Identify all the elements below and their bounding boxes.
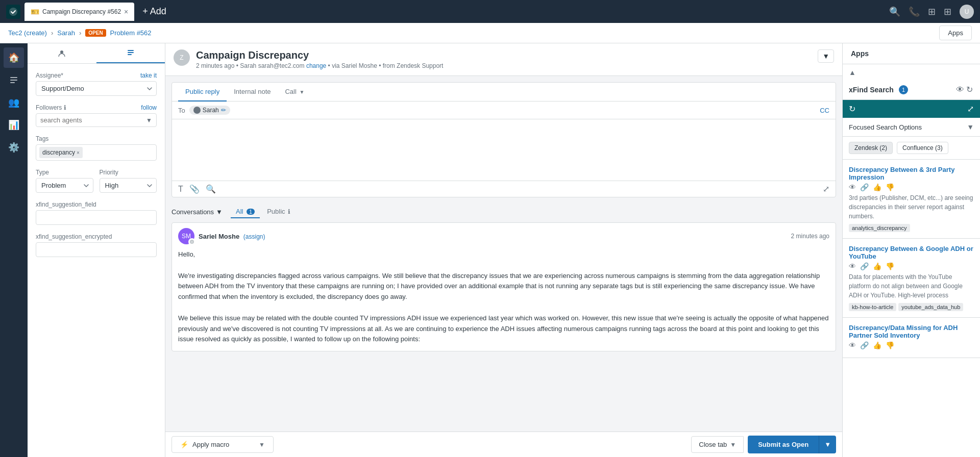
assignee-select[interactable]: Support/Demo (36, 81, 157, 96)
nav-reports[interactable]: 📊 (4, 115, 24, 135)
result-like-btn-2[interactable]: 👍 (873, 262, 881, 270)
result-title-1[interactable]: Discrepancy Between & 3rd Party Impressi… (849, 166, 974, 181)
xfind-header-row: xFind Search 1 👁 ↻ (843, 81, 980, 100)
xfind-refresh-button[interactable]: ↻ (849, 104, 855, 114)
nav-settings[interactable]: ⚙️ (4, 137, 24, 158)
search-knowledge-button[interactable]: 🔍 (206, 184, 216, 194)
result-dislike-btn-2[interactable]: 👎 (886, 262, 894, 270)
type-select[interactable]: Problem (36, 178, 93, 193)
result-link-btn-2[interactable]: 🔗 (860, 262, 869, 270)
apply-macro-button[interactable]: ⚡ Apply macro ▼ (172, 436, 274, 453)
followers-label: Followers ℹ follow (36, 104, 157, 111)
edit-recipient-icon[interactable]: ✏ (221, 107, 226, 114)
message-time: 2 minutes ago (791, 233, 829, 240)
xfind-suggestion-input[interactable] (36, 210, 157, 225)
priority-select[interactable]: High (100, 178, 157, 193)
ticket-expand-btn[interactable]: ▼ (818, 49, 834, 63)
take-it-link[interactable]: take it (140, 72, 157, 79)
tab-public-info: ℹ (288, 208, 290, 215)
tab-public-conv[interactable]: Public ℹ (262, 206, 296, 218)
info-icon[interactable]: ℹ (64, 104, 66, 111)
prop-tab-user[interactable] (28, 43, 96, 63)
breadcrumb-user[interactable]: Sarah (57, 29, 75, 37)
filter-zendesk[interactable]: Zendesk (2) (849, 142, 893, 154)
assignee-label: Assignee* take it (36, 72, 157, 79)
reply-body[interactable] (172, 119, 836, 181)
submit-as-open-button[interactable]: Submit as Open (748, 436, 819, 453)
nav-users[interactable]: 👥 (4, 92, 24, 113)
apps-button[interactable]: Apps (939, 26, 972, 40)
xfind-external-button[interactable]: ⤢ (967, 104, 974, 114)
xfind-encrypted-input[interactable] (36, 242, 157, 257)
xfind-notification-badge: 1 (899, 85, 908, 94)
result-view-btn-1[interactable]: 👁 (849, 183, 856, 191)
message-header: SM + Sariel Moshe (assign) 2 minutes ago (172, 223, 836, 249)
user-avatar[interactable]: U (960, 5, 974, 19)
collapse-button[interactable]: ▲ (849, 68, 856, 77)
breadcrumb-bar: Tec2 (create) › Sarah › OPEN Problem #56… (0, 23, 980, 43)
result-link-btn-3[interactable]: 🔗 (860, 341, 869, 349)
compose-icon[interactable]: ⊞ (928, 6, 936, 17)
close-tab-group: Close tab ▼ (691, 436, 744, 453)
conversations-dropdown[interactable]: Conversations ▼ (172, 208, 223, 216)
followers-search[interactable]: ▼ (36, 113, 157, 127)
nav-home[interactable]: 🏠 (4, 47, 24, 68)
svg-rect-2 (10, 80, 17, 81)
tags-label: Tags (36, 135, 157, 142)
result-dislike-btn-1[interactable]: 👎 (886, 183, 894, 191)
tag-remove-discrepancy[interactable]: × (77, 150, 80, 156)
close-tab-button[interactable]: Close tab ▼ (691, 436, 744, 453)
result-view-btn-2[interactable]: 👁 (849, 262, 856, 270)
xfind-eye-button[interactable]: 👁 (955, 84, 965, 95)
filter-confluence[interactable]: Confluence (3) (897, 142, 948, 154)
focused-search-row[interactable]: Focused Search Options ▼ (843, 118, 980, 137)
result-view-btn-3[interactable]: 👁 (849, 341, 856, 349)
xfind-refresh-header-button[interactable]: ↻ (965, 84, 974, 95)
breadcrumb-ticket[interactable]: Problem #562 (110, 29, 152, 37)
phone-icon[interactable]: 📞 (909, 6, 920, 17)
format-text-button[interactable]: T (178, 185, 183, 194)
tab-close-button[interactable]: × (124, 8, 128, 15)
result-item-2: Discrepancy Between & Google ADH or YouT… (843, 239, 980, 318)
cc-button[interactable]: CC (820, 107, 829, 114)
bottom-bar: ⚡ Apply macro ▼ Close tab ▼ Submit as Op… (165, 431, 842, 457)
svg-rect-1 (10, 77, 17, 78)
result-link-btn-1[interactable]: 🔗 (860, 183, 869, 191)
tab-public-reply[interactable]: Public reply (178, 83, 227, 101)
expand-reply-button[interactable]: ⤢ (823, 184, 829, 194)
assign-link[interactable]: (assign) (243, 233, 265, 240)
result-title-3[interactable]: Discrepancy/Data Missing for ADH Partner… (849, 324, 974, 339)
svg-text:+: + (191, 240, 193, 244)
app-logo (6, 5, 20, 19)
focused-search-label: Focused Search Options (849, 123, 967, 131)
tab-call[interactable]: Call ▼ (278, 83, 311, 101)
result-like-btn-3[interactable]: 👍 (873, 341, 881, 349)
active-tab[interactable]: 🎫 Campaign Discrepancy #562 × (24, 3, 134, 21)
result-dislike-btn-3[interactable]: 👎 (886, 341, 894, 349)
tab-internal-note[interactable]: Internal note (227, 83, 278, 101)
search-icon[interactable]: 🔍 (889, 6, 900, 17)
follow-link[interactable]: follow (141, 104, 157, 111)
message-status-icon: + (188, 238, 195, 245)
add-tab-button[interactable]: + Add (138, 6, 170, 17)
search-filter-tabs: Zendesk (2) Confluence (3) (843, 137, 980, 160)
change-link[interactable]: change (306, 62, 326, 69)
nav-tickets[interactable] (4, 70, 24, 90)
breadcrumb-create[interactable]: Tec2 (create) (8, 29, 47, 37)
result-title-2[interactable]: Discrepancy Between & Google ADH or YouT… (849, 245, 974, 260)
right-panel-body: ▲ xFind Search 1 👁 ↻ ↻ ⤢ Focused Search … (843, 64, 980, 457)
ticket-title: Campaign Discrepancy (196, 49, 443, 61)
conversations-header: Conversations ▼ All 1 Public ℹ (172, 201, 836, 222)
tab-title: Campaign Discrepancy #562 (42, 8, 121, 15)
nav-sidebar: 🏠 👥 📊 ⚙️ (0, 43, 28, 457)
submit-dropdown-button[interactable]: ▼ (819, 436, 836, 453)
tab-all[interactable]: All 1 (231, 206, 260, 218)
tab-favicon: 🎫 (31, 8, 39, 16)
tags-container[interactable]: discrepancy × (36, 144, 157, 161)
prop-tab-info[interactable] (96, 43, 165, 63)
attach-button[interactable]: 📎 (189, 184, 200, 194)
result-like-btn-1[interactable]: 👍 (873, 183, 881, 191)
grid-icon[interactable]: ⊞ (944, 6, 951, 17)
followers-input[interactable] (40, 116, 146, 124)
message-sender-name: Sariel Moshe (assign) (199, 233, 265, 240)
